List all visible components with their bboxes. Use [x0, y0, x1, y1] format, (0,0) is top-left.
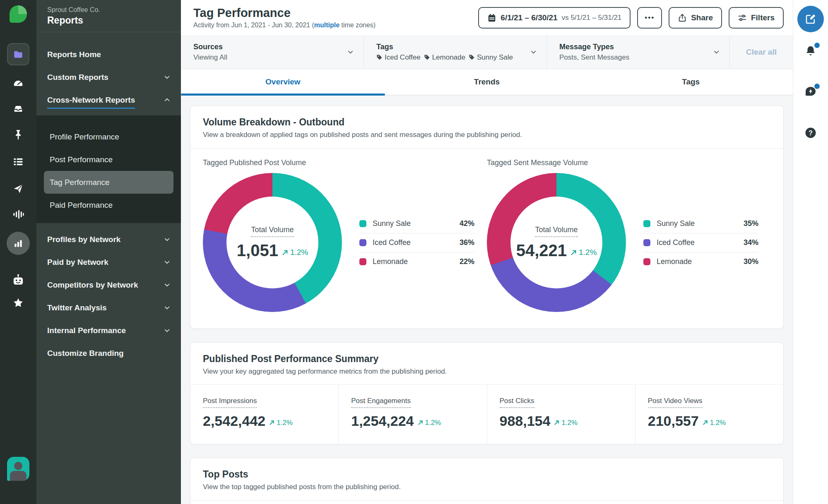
inbox-icon[interactable]: [12, 103, 24, 115]
arrow-up-right-icon: [282, 249, 289, 256]
chevron-down-icon: [164, 282, 170, 288]
sidebar-item-profile-performance[interactable]: Profile Performance: [44, 125, 173, 148]
sidebar-item-profiles-by-network[interactable]: Profiles by Network: [36, 228, 181, 251]
multiple-timezones-link[interactable]: multiple: [314, 22, 339, 29]
donut-chart-published-posts: Total Volume 1,051 1.2%: [203, 173, 342, 312]
more-options-button[interactable]: •••: [637, 7, 662, 29]
avatar-silhouette-head: [14, 462, 22, 470]
metric-label[interactable]: Post Impressions: [203, 397, 257, 408]
chevron-up-icon: [164, 97, 170, 103]
legend-swatch: [359, 239, 366, 246]
page-header: Tag Performance Activity from Jun 1, 202…: [181, 0, 793, 35]
chevron-down-icon: [530, 49, 537, 55]
summary-card-title: Published Post Performance Summary: [203, 353, 771, 365]
arrow-up-right-icon: [269, 420, 275, 426]
sidebar-item-post-performance[interactable]: Post Performance: [44, 148, 173, 171]
sidebar-item-cross-network-reports[interactable]: Cross-Network Reports: [36, 89, 181, 111]
waveform-icon[interactable]: [12, 209, 24, 220]
sidebar-item-customize-branding[interactable]: Customize Branding: [36, 342, 181, 365]
metric-post-engagements: Post Engagements 1,254,224 1.2%: [338, 384, 486, 444]
sidebar-item-tag-performance[interactable]: Tag Performance: [44, 171, 173, 194]
legend-swatch: [643, 258, 650, 265]
notifications-button[interactable]: [804, 44, 818, 58]
filters-button[interactable]: Filters: [729, 7, 784, 29]
svg-text:?: ?: [809, 129, 813, 137]
date-compare-text: vs 5/1/21 – 5/31/21: [562, 14, 622, 22]
sidebar-nav-bottom: Profiles by Network Paid by Network Comp…: [36, 223, 181, 365]
bar-chart-icon[interactable]: [7, 232, 30, 255]
clear-all-button[interactable]: Clear all: [730, 35, 793, 69]
cross-network-submenu: Profile Performance Post Performance Tag…: [36, 115, 181, 223]
dashboard-icon[interactable]: [12, 78, 24, 90]
delta-badge: 1.2%: [417, 419, 441, 427]
robot-icon[interactable]: [12, 274, 24, 287]
paper-plane-icon[interactable]: [12, 183, 24, 194]
date-range-button[interactable]: 6/1/21 – 6/30/21 vs 5/1/21 – 5/31/21: [478, 7, 631, 29]
pin-icon[interactable]: [13, 129, 24, 140]
published-post-volume-chart: Tagged Published Post Volume Total Volum…: [203, 158, 487, 312]
tag-icon: [469, 54, 475, 60]
tag-chip: Sunny Sale: [469, 53, 513, 62]
filter-sources[interactable]: Sources Viewing All: [181, 35, 364, 69]
compose-pencil-icon: [804, 13, 817, 25]
metric-label[interactable]: Post Video Views: [648, 397, 703, 408]
star-icon[interactable]: [12, 297, 24, 309]
volume-breakdown-card: Volume Breakdown - Outbound View a break…: [190, 106, 784, 329]
report-tabs: Overview Trends Tags: [181, 69, 793, 96]
legend-row: Sunny Sale35%: [643, 214, 758, 233]
chevron-down-icon: [164, 236, 170, 242]
sidebar-item-competitors-by-network[interactable]: Competitors by Network: [36, 274, 181, 296]
calendar-icon: [487, 13, 496, 22]
legend-swatch: [359, 258, 366, 265]
total-volume-label[interactable]: Total Volume: [535, 226, 578, 237]
sprout-logo-icon: [8, 4, 28, 24]
legend-row: Lemonade22%: [359, 252, 474, 271]
performance-summary-card: Published Post Performance Summary View …: [190, 342, 784, 444]
filter-bar: Sources Viewing All Tags Iced Coffee Lem…: [181, 35, 793, 69]
delta-badge: 1.2%: [282, 248, 308, 257]
user-avatar[interactable]: [7, 457, 29, 481]
tab-trends[interactable]: Trends: [385, 69, 589, 95]
metric-label[interactable]: Post Clicks: [500, 397, 534, 408]
volume-card-description: View a breakdown of applied tags on publ…: [203, 131, 771, 139]
total-volume-value: 1,051: [237, 241, 278, 260]
list-icon[interactable]: [12, 156, 24, 168]
sidebar-item-internal-performance[interactable]: Internal Performance: [36, 319, 181, 342]
avatar-silhouette-body: [10, 471, 26, 481]
arrow-up-right-icon: [702, 420, 708, 426]
metric-value: 1,254,224: [351, 413, 414, 429]
sidebar-item-paid-by-network[interactable]: Paid by Network: [36, 251, 181, 274]
tag-icon: [424, 54, 430, 60]
chevron-down-icon: [164, 327, 170, 334]
tab-overview[interactable]: Overview: [181, 69, 385, 95]
sidebar-item-twitter-analysis[interactable]: Twitter Analysis: [36, 296, 181, 319]
reports-sidebar: Sprout Coffee Co. Reports Reports Home C…: [36, 0, 181, 504]
legend-swatch: [359, 220, 366, 227]
total-volume-label[interactable]: Total Volume: [251, 226, 294, 237]
summary-card-description: View your key aggregated tag performance…: [203, 367, 771, 376]
delta-badge: 1.2%: [554, 419, 578, 427]
sidebar-item-reports-home[interactable]: Reports Home: [36, 43, 181, 66]
messages-button[interactable]: [804, 85, 818, 99]
compose-button[interactable]: [797, 6, 824, 32]
filter-message-types[interactable]: Message Types Posts, Sent Messages: [547, 35, 730, 69]
legend-row: Iced Coffee34%: [643, 233, 758, 252]
filters-icon: [738, 13, 747, 22]
account-name: Sprout Coffee Co.: [47, 6, 170, 14]
metric-post-impressions: Post Impressions 2,542,442 1.2%: [190, 384, 338, 444]
metric-label[interactable]: Post Engagements: [351, 397, 411, 408]
page-title: Tag Performance: [193, 6, 472, 20]
volume-card-title: Volume Breakdown - Outbound: [203, 117, 771, 128]
share-button[interactable]: Share: [669, 7, 722, 29]
tab-tags[interactable]: Tags: [589, 69, 793, 95]
filter-tags[interactable]: Tags Iced Coffee Lemonade Sunny Sale: [364, 35, 547, 69]
reports-folder-icon[interactable]: [7, 43, 29, 65]
help-button[interactable]: ?: [804, 126, 818, 140]
sidebar-item-custom-reports[interactable]: Custom Reports: [36, 66, 181, 89]
tags-value: Iced Coffee Lemonade Sunny Sale: [376, 53, 530, 62]
primary-icon-rail: [0, 0, 36, 504]
metric-value: 210,557: [648, 413, 699, 429]
legend-swatch: [643, 239, 650, 246]
sidebar-item-paid-performance[interactable]: Paid Performance: [44, 194, 173, 216]
arrow-up-right-icon: [570, 249, 577, 256]
